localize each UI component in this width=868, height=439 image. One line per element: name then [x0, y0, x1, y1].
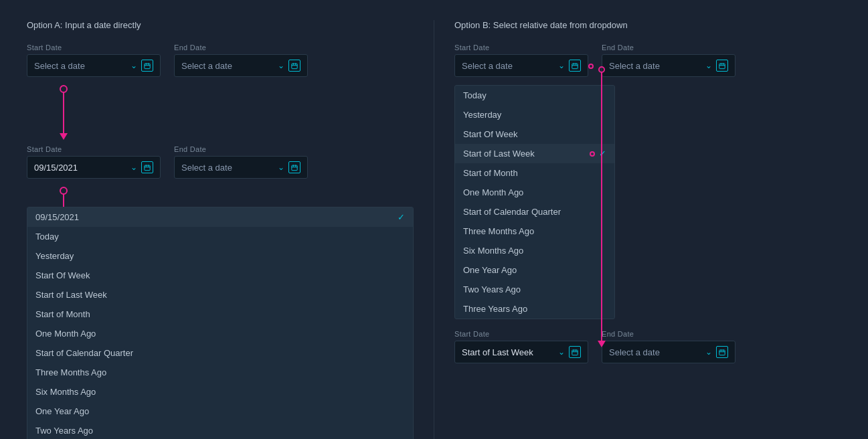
option-a-end-date-top: End Date Select a date ⌄ [174, 43, 308, 77]
dropdown-item-a-7[interactable]: Start of Calendar Quarter [27, 343, 413, 363]
dropdown-item-b-7[interactable]: Three Months Ago [455, 222, 614, 241]
dropdown-item-label-b-1: Yesterday [463, 110, 501, 120]
start-date-select-bottom[interactable]: 09/15/2021 ⌄ [27, 156, 161, 179]
chevron-down-icon-b3: ⌄ [558, 347, 565, 357]
start-date-value-b: Start of Last Week [462, 347, 533, 357]
option-a-title: Option A: Input a date directly [27, 20, 414, 30]
svg-rect-32 [572, 350, 578, 355]
dropdown-item-b-0[interactable]: Today [455, 86, 614, 105]
dropdown-item-b-6[interactable]: Start of Calendar Quarter [455, 202, 614, 222]
dropdown-item-a-9[interactable]: Six Months Ago [27, 382, 413, 402]
start-date-select-b-bottom[interactable]: Start of Last Week ⌄ [454, 341, 588, 363]
end-date-label-b-top: End Date [602, 43, 735, 52]
dropdown-item-label-b-3: Start of Last Week [463, 149, 535, 159]
dropdown-item-b-4[interactable]: Start of Month [455, 163, 614, 183]
svg-rect-15 [292, 165, 297, 171]
end-date-text-b-bottom: Select a date [609, 347, 660, 357]
dropdown-item-b-9[interactable]: One Year Ago [455, 260, 614, 280]
option-b-top-row: Start Date Select a date ⌄ [454, 43, 841, 77]
dropdown-item-a-3[interactable]: Start Of Week [27, 266, 413, 285]
end-date-text-b-top: Select a date [609, 61, 660, 71]
chevron-down-icon-b4: ⌄ [705, 347, 712, 357]
dropdown-item-b-3[interactable]: Start of Last Week ✓ [455, 144, 614, 163]
dropdown-item-a-4[interactable]: Start of Last Week [27, 285, 413, 304]
start-date-value: 09/15/2021 [34, 163, 78, 173]
dropdown-item-label-a-10: One Year Ago [35, 406, 89, 416]
dropdown-item-a-2[interactable]: Yesterday [27, 246, 413, 266]
dropdown-item-a-8[interactable]: Three Months Ago [27, 363, 413, 382]
dropdown-item-b-5[interactable]: One Month Ago [455, 183, 614, 202]
svg-rect-36 [719, 350, 725, 355]
option-b-section: Option B: Select relative date from drop… [454, 20, 841, 439]
dropdown-item-label-a-0: 09/15/2021 [35, 212, 79, 222]
start-date-label-b: Start Date [454, 43, 588, 52]
dropdown-item-label-b-6: Start of Calendar Quarter [463, 207, 561, 217]
option-a-bottom-row: Start Date 09/15/2021 ⌄ [27, 145, 414, 179]
option-b-bottom-row: Start Date Start of Last Week ⌄ [454, 330, 841, 363]
end-date-icons-top: ⌄ [278, 60, 300, 72]
end-date-icons-b-top: ⌄ [705, 60, 728, 72]
dropdown-item-label-a-2: Yesterday [35, 251, 74, 261]
calendar-icon-b4[interactable] [716, 346, 728, 358]
start-date-icons-top: ⌄ [131, 60, 153, 72]
end-date-select-b-top[interactable]: Select a date ⌄ [602, 54, 735, 77]
dropdown-item-a-6[interactable]: One Month Ago [27, 324, 413, 343]
calendar-icon-2[interactable] [288, 60, 300, 72]
calendar-icon-b3[interactable] [569, 346, 581, 358]
connector-dot-b [588, 64, 594, 69]
dropdown-item-label-b-0: Today [463, 90, 487, 100]
dropdown-item-b-11[interactable]: Three Years Ago [455, 299, 614, 319]
dropdown-item-b-1[interactable]: Yesterday [455, 105, 614, 124]
start-date-label-top: Start Date [27, 43, 161, 52]
dropdown-item-a-5[interactable]: Start of Month [27, 304, 413, 324]
dropdown-item-b-2[interactable]: Start Of Week [455, 124, 614, 144]
dropdown-item-label-a-11: Two Years Ago [35, 426, 93, 436]
end-date-icons-b-bottom: ⌄ [705, 346, 728, 358]
svg-rect-4 [292, 64, 297, 69]
dropdown-item-a-10[interactable]: One Year Ago [27, 402, 413, 421]
arrow-svg [57, 85, 77, 145]
end-date-select-top[interactable]: Select a date ⌄ [174, 54, 308, 77]
end-date-placeholder: Select a date [181, 163, 232, 173]
section-divider [434, 20, 434, 439]
svg-rect-21 [572, 64, 578, 69]
start-date-label-b-bottom: Start Date [454, 330, 588, 338]
option-b-title: Option B: Select relative date from drop… [454, 20, 841, 30]
dropdown-item-label-a-1: Today [35, 232, 59, 242]
option-b-end-date-top: End Date Select a date ⌄ [602, 43, 735, 77]
dropdown-item-b-10[interactable]: Two Years Ago [455, 280, 614, 299]
dropdown-item-label-a-6: One Month Ago [35, 329, 96, 339]
chevron-down-icon-2: ⌄ [278, 61, 284, 70]
dropdown-item-label-a-7: Start of Calendar Quarter [35, 348, 133, 358]
calendar-icon[interactable] [141, 60, 153, 72]
option-b-dropdown-wrapper: Today Yesterday Start Of Week Start of L… [454, 85, 615, 319]
svg-marker-10 [60, 133, 68, 140]
dropdown-item-b-8[interactable]: Six Months Ago [455, 241, 614, 260]
check-icon-a-0: ✓ [398, 212, 405, 222]
start-date-text-b: Select a date [462, 61, 513, 71]
start-date-label-bottom: Start Date [27, 145, 161, 153]
end-date-label-top: End Date [174, 43, 308, 52]
calendar-icon-4[interactable] [288, 161, 300, 173]
dropdown-item-a-1[interactable]: Today [27, 227, 413, 246]
option-a-top-row: Start Date Select a date ⌄ [27, 43, 414, 77]
calendar-icon-b2[interactable] [716, 60, 728, 72]
dropdown-item-a-11[interactable]: Two Years Ago [27, 421, 413, 439]
option-a-end-date-bottom: End Date Select a date ⌄ [174, 145, 308, 179]
calendar-icon-b1[interactable] [569, 60, 581, 72]
chevron-down-icon-b1: ⌄ [558, 61, 565, 70]
calendar-icon-3[interactable] [141, 161, 153, 173]
arrow-connector-a2 [27, 187, 187, 207]
svg-rect-0 [145, 64, 150, 69]
end-date-select-bottom[interactable]: Select a date ⌄ [174, 156, 308, 179]
start-date-icons-b: ⌄ [558, 60, 581, 72]
end-date-label-b-bottom: End Date [602, 330, 735, 338]
dropdown-item-a-0[interactable]: 09/15/2021 ✓ [27, 207, 413, 227]
start-date-select-b[interactable]: Select a date ⌄ [454, 54, 588, 77]
option-a-section: Option A: Input a date directly Start Da… [27, 20, 414, 439]
chevron-down-icon-b2: ⌄ [705, 61, 712, 70]
end-date-select-b-bottom[interactable]: Select a date ⌄ [602, 341, 735, 363]
start-date-select-top[interactable]: Select a date ⌄ [27, 54, 161, 77]
chevron-down-icon: ⌄ [131, 61, 137, 70]
chevron-down-icon-4: ⌄ [278, 163, 284, 172]
